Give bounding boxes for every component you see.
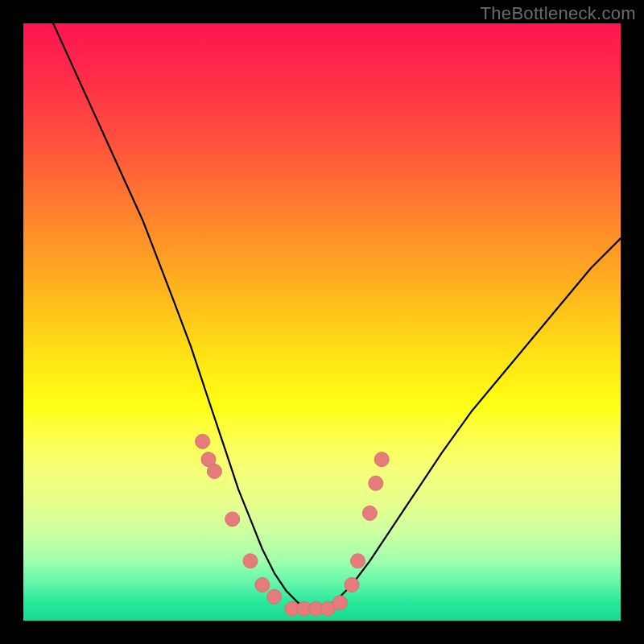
marker-dot [332,596,347,610]
marker-dot [255,578,270,592]
curve-layer [53,23,621,609]
bottleneck-curve [53,23,621,609]
marker-dot [374,452,389,467]
marker-dot [267,589,282,604]
marker-dot [243,554,258,568]
watermark-text: TheBottleneck.com [481,3,636,24]
markers-layer [196,434,390,616]
marker-dot [345,578,359,592]
marker-dot [225,512,240,526]
marker-dot [362,506,377,520]
plot-area [23,23,621,621]
marker-dot [351,554,365,568]
chart-stage: TheBottleneck.com [0,0,644,644]
chart-svg [23,23,621,621]
marker-dot [207,464,221,479]
marker-dot [369,476,383,490]
marker-dot [196,434,210,448]
